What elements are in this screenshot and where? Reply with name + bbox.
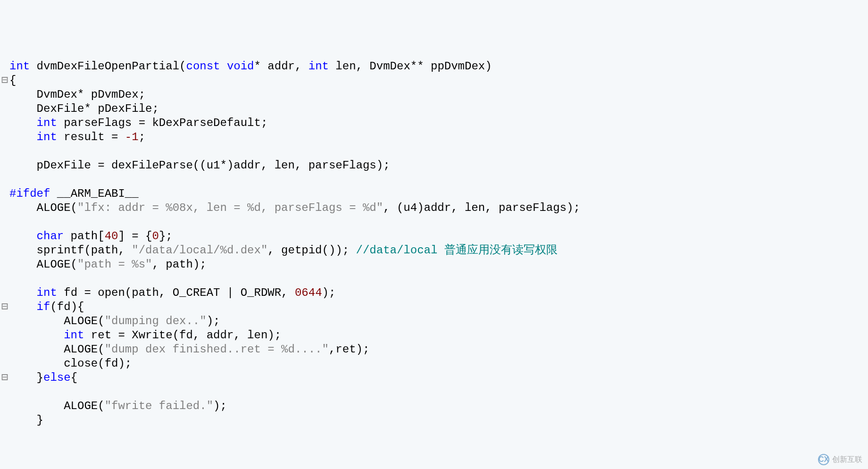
token-ident: close(fd);	[9, 357, 132, 370]
code-line	[9, 385, 868, 399]
token-ident: ALOGE(	[9, 258, 77, 271]
code-block: int dvmDexFileOpenPartial(const void* ad…	[0, 59, 868, 427]
token-kw: int	[309, 60, 329, 73]
token-kw: int	[37, 286, 57, 299]
code-line: sprintf(path, "/data/local/%d.dex", getp…	[9, 243, 868, 258]
token-ident: pDexFile = dexFileParse((u1*)addr, len, …	[9, 159, 390, 172]
token-punct: ;	[139, 131, 145, 143]
token-kw: int	[37, 117, 57, 129]
token-kw: else	[43, 371, 71, 384]
code-line: char path[40] = {0};	[9, 229, 868, 243]
token-punct: * addr,	[254, 60, 309, 73]
token-ident: (fd){	[50, 301, 84, 313]
fold-gutter[interactable]: ⊟	[0, 300, 9, 314]
token-kw: int	[64, 329, 84, 342]
token-ident: , getpid());	[267, 244, 356, 257]
watermark-icon: CX	[818, 454, 829, 465]
code-line: int parseFlags = kDexParseDefault;	[9, 116, 868, 130]
token-num: 0	[152, 230, 159, 243]
watermark-text: 创新互联	[832, 455, 862, 464]
code-line: }	[9, 413, 868, 427]
watermark: CX 创新互联	[818, 454, 862, 465]
code-line: int result = -1;	[9, 130, 868, 144]
token-ident	[9, 286, 37, 299]
fold-gutter[interactable]: ⊟	[0, 371, 9, 385]
token-str: "dumping dex.."	[105, 315, 207, 327]
token-ident: };	[159, 230, 173, 243]
token-str: "/data/local/%d.dex"	[132, 244, 267, 257]
token-ident: sprintf(path,	[9, 244, 132, 257]
code-line: int dvmDexFileOpenPartial(const void* ad…	[9, 59, 868, 74]
token-ident: dvmDexFileOpenPartial	[30, 60, 179, 73]
code-line: ALOGE("lfx: addr = %08x, len = %d, parse…	[9, 201, 868, 215]
token-ident: parseFlags = kDexParseDefault;	[57, 117, 267, 129]
token-ident: path[	[64, 230, 104, 243]
token-ident: );	[213, 400, 227, 412]
code-line	[9, 173, 868, 187]
token-kw: int	[9, 60, 30, 73]
code-line: ALOGE("path = %s", path);	[9, 258, 868, 272]
code-line: DvmDex* pDvmDex;	[9, 88, 868, 102]
token-ident	[9, 117, 37, 129]
token-ident	[220, 60, 227, 73]
token-kw: int	[37, 131, 57, 143]
code-line: ALOGE("fwrite failed.");	[9, 399, 868, 413]
token-kw: if	[37, 301, 50, 313]
code-line: ALOGE("dump dex finished..ret = %d....",…	[9, 343, 868, 357]
token-ident: ALOGE(	[9, 315, 105, 327]
token-str: "path = %s"	[77, 258, 152, 271]
token-ident: ALOGE(	[9, 343, 105, 356]
token-ident: }	[9, 371, 43, 384]
code-line: ⊟ if(fd){	[9, 300, 868, 314]
token-ident: DvmDex* pDvmDex;	[9, 88, 145, 101]
token-str: "fwrite failed."	[105, 400, 213, 412]
code-line: ⊟ }else{	[9, 371, 868, 385]
token-kw: const	[186, 60, 220, 73]
code-line: ⊟{	[9, 74, 868, 88]
token-ident: fd = open(path, O_CREAT | O_RDWR,	[57, 286, 295, 299]
token-kw: void	[227, 60, 254, 73]
code-line: close(fd);	[9, 357, 868, 371]
code-line: int ret = Xwrite(fd, addr, len);	[9, 328, 868, 343]
token-num: -1	[125, 131, 139, 143]
token-ident: ,ret);	[329, 343, 369, 356]
code-line	[9, 272, 868, 286]
token-ident: len, DvmDex** ppDvmDex	[329, 60, 485, 73]
token-punct: {	[9, 74, 16, 87]
token-ident: ALOGE(	[9, 201, 77, 214]
token-ident	[9, 131, 37, 143]
token-ident: __ARM_EABI__	[50, 187, 138, 200]
token-ident	[9, 301, 37, 313]
token-ident: DexFile* pDexFile;	[9, 102, 159, 115]
code-line: #ifdef __ARM_EABI__	[9, 187, 868, 201]
token-preproc: #ifdef	[9, 187, 50, 200]
code-line: int fd = open(path, O_CREAT | O_RDWR, 06…	[9, 286, 868, 300]
token-ident: , (u4)addr, len, parseFlags);	[383, 201, 580, 214]
token-ident: }	[9, 414, 43, 427]
token-ident: , path);	[152, 258, 206, 271]
token-ident: result =	[57, 131, 125, 143]
token-ident: {	[71, 371, 77, 384]
token-punct: (	[179, 60, 186, 73]
token-ident: ] = {	[118, 230, 152, 243]
code-line	[9, 144, 868, 159]
token-kw: char	[37, 230, 64, 243]
code-line	[9, 215, 868, 229]
token-str: "lfx: addr = %08x, len = %d, parseFlags …	[77, 201, 383, 214]
fold-gutter[interactable]: ⊟	[0, 74, 9, 88]
token-comment: //data/local 普通应用没有读写权限	[356, 244, 558, 257]
token-ident: ALOGE(	[9, 400, 105, 412]
token-punct: )	[485, 60, 492, 73]
token-num: 40	[105, 230, 118, 243]
token-ident	[9, 230, 37, 243]
code-line: ALOGE("dumping dex..");	[9, 314, 868, 328]
token-ident	[9, 329, 64, 342]
code-line: pDexFile = dexFileParse((u1*)addr, len, …	[9, 159, 868, 173]
token-ident: );	[322, 286, 336, 299]
token-ident: );	[207, 315, 220, 327]
token-str: "dump dex finished..ret = %d...."	[105, 343, 329, 356]
token-num: 0644	[295, 286, 322, 299]
code-line: DexFile* pDexFile;	[9, 102, 868, 116]
token-ident: ret = Xwrite(fd, addr, len);	[84, 329, 281, 342]
